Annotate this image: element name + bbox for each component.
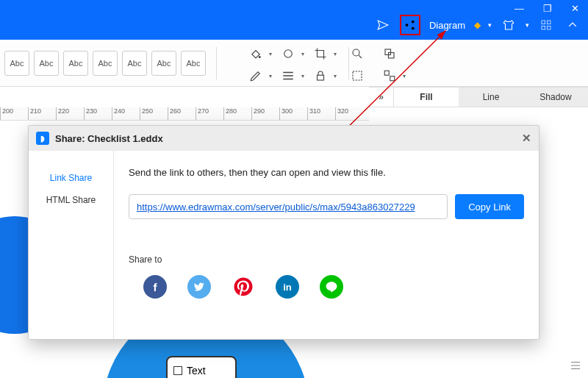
text-block-label: Text <box>187 365 206 377</box>
search-icon[interactable] <box>348 46 366 62</box>
right-panel-tabs: » Fill Line Shadow <box>369 87 588 107</box>
checkbox-icon <box>173 366 182 375</box>
svg-rect-5 <box>542 26 545 29</box>
share-button[interactable] <box>400 15 420 35</box>
lock-icon[interactable] <box>312 68 329 84</box>
apps-grid-icon[interactable] <box>537 15 556 35</box>
svg-rect-6 <box>547 26 551 29</box>
twitter-icon[interactable] <box>187 275 211 299</box>
sidebar-item-html-share[interactable]: HTML Share <box>29 189 113 211</box>
crop-icon[interactable] <box>312 46 329 62</box>
send-icon[interactable] <box>373 15 392 35</box>
svg-point-1 <box>412 21 415 24</box>
tab-shadow[interactable]: Shadow <box>523 88 588 107</box>
text-style-swatch[interactable]: Abc <box>63 51 88 76</box>
tshirt-dropdown-icon[interactable]: ▾ <box>526 21 529 29</box>
svg-rect-3 <box>542 21 545 24</box>
pen-icon[interactable] <box>247 68 265 84</box>
diagram-dropdown-icon[interactable]: ▾ <box>488 21 492 29</box>
text-style-gallery: Abc Abc Abc Abc Abc Abc Abc <box>4 51 206 76</box>
svg-rect-9 <box>318 75 324 80</box>
social-row: f in <box>129 275 524 299</box>
text-style-swatch[interactable]: Abc <box>34 51 59 76</box>
window-close-button[interactable]: ✕ <box>567 1 584 15</box>
sidebar-item-link-share[interactable]: Link Share <box>29 167 113 189</box>
replace-icon[interactable] <box>381 46 398 62</box>
svg-rect-14 <box>384 71 389 75</box>
svg-point-0 <box>406 24 409 26</box>
svg-rect-15 <box>390 76 395 81</box>
text-style-swatch[interactable]: Abc <box>181 51 206 76</box>
svg-rect-12 <box>389 53 395 59</box>
share-to-label: Share to <box>129 254 524 265</box>
fill-bucket-icon[interactable] <box>247 46 265 62</box>
svg-point-7 <box>259 56 261 58</box>
dialog-sidebar: Link Share HTML Share <box>29 151 114 339</box>
text-style-swatch[interactable]: Abc <box>93 51 118 76</box>
copy-link-button[interactable]: Copy Link <box>455 194 524 219</box>
window-minimize-button[interactable]: — <box>510 1 528 15</box>
tab-line[interactable]: Line <box>459 88 523 107</box>
svg-point-8 <box>284 50 293 58</box>
ribbon-toolbar: Abc Abc Abc Abc Abc Abc Abc ▾ ▾ ▾ ▾ ▾ ▾ … <box>0 40 588 87</box>
ribbon-separator <box>216 47 217 79</box>
share-dialog: ◗ Share: Checklist 1.eddx ✕ Link Share H… <box>28 125 539 340</box>
dialog-header[interactable]: ◗ Share: Checklist 1.eddx ✕ <box>29 126 539 151</box>
pinterest-icon[interactable] <box>232 275 255 299</box>
linkedin-icon[interactable]: in <box>276 275 299 299</box>
horizontal-ruler: 200210220230240250260270280290300310320 <box>0 107 369 121</box>
zoom-toolbar <box>567 357 584 374</box>
diamond-icon: ◆ <box>474 20 481 30</box>
svg-rect-13 <box>353 71 362 80</box>
app-logo-icon: ◗ <box>36 132 49 145</box>
diagram-label[interactable]: Diagram <box>429 20 465 31</box>
share-description: Send the link to others, then they can o… <box>129 167 524 178</box>
svg-point-10 <box>353 49 359 56</box>
facebook-icon[interactable]: f <box>143 275 167 299</box>
select-icon[interactable] <box>348 68 366 84</box>
tshirt-icon[interactable] <box>499 15 518 35</box>
shape-circle-icon[interactable] <box>279 46 297 62</box>
dialog-main: Send the link to others, then they can o… <box>114 151 539 339</box>
line-icon[interactable] <box>320 275 343 299</box>
titlebar: — ❐ ✕ Diagram ◆ ▾ ▾ <box>0 0 588 40</box>
dialog-title: Share: Checklist 1.eddx <box>55 133 163 144</box>
text-style-swatch[interactable]: Abc <box>4 51 29 76</box>
svg-rect-4 <box>547 21 551 24</box>
text-style-swatch[interactable]: Abc <box>122 51 147 76</box>
line-weight-icon[interactable] <box>279 68 297 84</box>
tab-fill[interactable]: Fill <box>394 88 459 107</box>
group-icon[interactable] <box>381 68 398 84</box>
share-url-input[interactable] <box>129 194 448 219</box>
fit-page-icon[interactable] <box>567 357 584 374</box>
close-icon[interactable]: ✕ <box>522 132 531 145</box>
text-block-shape[interactable]: Text <box>166 356 237 378</box>
chevron-right-icon[interactable]: » <box>369 88 394 107</box>
collapse-ribbon-icon[interactable] <box>563 15 582 35</box>
svg-point-2 <box>412 27 415 30</box>
window-restore-button[interactable]: ❐ <box>539 1 556 15</box>
text-style-swatch[interactable]: Abc <box>151 51 176 76</box>
svg-rect-11 <box>385 49 391 55</box>
